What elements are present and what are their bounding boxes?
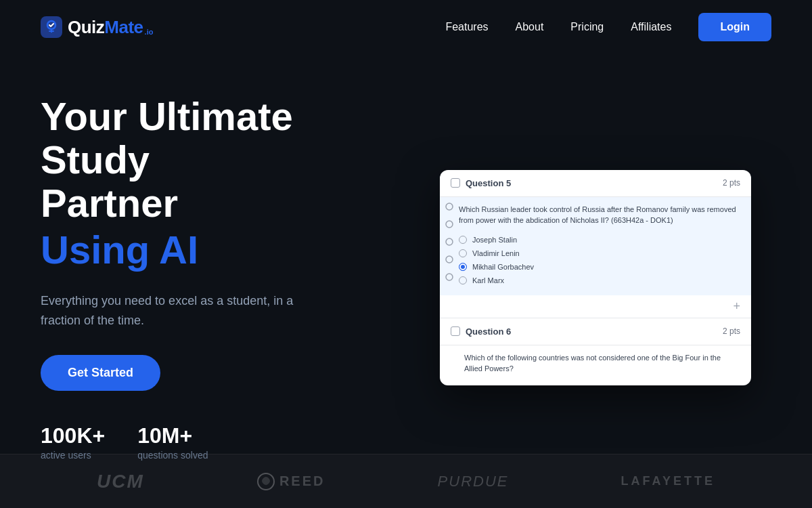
nav-affiliates[interactable]: Affiliates — [631, 21, 671, 33]
nav-links: Features About Pricing Affiliates Login — [445, 13, 771, 41]
svg-point-7 — [446, 256, 453, 263]
brand-lafayette: LAFAYETTE — [621, 474, 715, 488]
add-icon[interactable]: + — [733, 299, 740, 314]
hero-section: Your Ultimate Study Partner Using AI Eve… — [0, 54, 812, 461]
navbar: QuizMate .io Features About Pricing Affi… — [0, 0, 812, 54]
quiz-card: Question 5 2 pts Which Russian leader to… — [440, 170, 751, 385]
radio-vladimir-lenin[interactable] — [459, 249, 467, 257]
option-icon-2 — [445, 220, 453, 228]
question5-text: Which Russian leader took control of Rus… — [459, 204, 740, 226]
question5-num: Question 5 — [451, 178, 511, 188]
option-joseph-stalin[interactable]: Joseph Stalin — [459, 233, 740, 247]
hero-title-line1: Your Ultimate Study Partner — [41, 95, 392, 224]
question6-text: Which of the following countries was not… — [464, 352, 740, 375]
question5-header: Question 5 2 pts — [440, 170, 751, 197]
hero-title-blue: Using AI — [41, 227, 392, 272]
logo[interactable]: QuizMate .io — [41, 16, 153, 38]
nav-pricing[interactable]: Pricing — [570, 21, 604, 33]
svg-point-4 — [446, 203, 453, 210]
option-karl-marx[interactable]: Karl Marx — [459, 274, 740, 287]
brand-purdue: Purdue — [438, 473, 509, 490]
question6-pts: 2 pts — [723, 326, 740, 336]
reed-icon — [256, 472, 275, 491]
svg-point-8 — [446, 274, 453, 280]
option-icon-4 — [445, 255, 453, 263]
option-mikhail-gorbachev[interactable]: Mikhail Gorbachev — [459, 260, 740, 274]
login-button[interactable]: Login — [698, 13, 771, 41]
svg-rect-0 — [41, 16, 62, 38]
question6-block: Question 6 2 pts Which of the following … — [440, 318, 751, 385]
option-icons — [445, 203, 453, 281]
question6-body: Which of the following countries was not… — [440, 345, 751, 385]
svg-point-5 — [446, 221, 453, 228]
stat-users-number: 100K+ — [41, 423, 105, 448]
option-vladimir-lenin[interactable]: Vladimir Lenin — [459, 247, 740, 260]
nav-about[interactable]: About — [516, 21, 544, 33]
question5-body: Which Russian leader took control of Rus… — [440, 197, 751, 295]
option-icon-3 — [445, 238, 453, 246]
hero-illustration: Question 5 2 pts Which Russian leader to… — [420, 170, 771, 385]
radio-karl-marx[interactable] — [459, 276, 467, 284]
question5-checkbox[interactable] — [451, 178, 460, 188]
brand-ucm: UCM — [97, 471, 144, 492]
hero-subtitle: Everything you need to excel as a studen… — [41, 291, 325, 331]
brands-bar: UCM REED Purdue LAFAYETTE — [0, 454, 812, 508]
add-icon-row: + — [440, 295, 751, 318]
question6-num: Question 6 — [451, 326, 511, 337]
option-icon-1 — [445, 203, 453, 211]
logo-io-text: .io — [145, 28, 154, 36]
radio-mikhail-gorbachev[interactable] — [459, 263, 467, 271]
question5-pts: 2 pts — [723, 178, 740, 188]
brand-reed: REED — [256, 472, 325, 491]
logo-icon — [41, 16, 62, 38]
question5-content: Which Russian leader took control of Rus… — [440, 197, 751, 295]
hero-content: Your Ultimate Study Partner Using AI Eve… — [41, 95, 392, 461]
radio-joseph-stalin[interactable] — [459, 236, 467, 244]
question6-checkbox[interactable] — [451, 326, 460, 336]
logo-quiz-text: Quiz — [68, 17, 104, 37]
question6-header: Question 6 2 pts — [440, 318, 751, 345]
logo-mate-text: Mate — [104, 17, 143, 37]
stat-questions-number: 10M+ — [137, 423, 208, 448]
nav-features[interactable]: Features — [445, 21, 488, 33]
get-started-button[interactable]: Get Started — [41, 355, 160, 391]
svg-point-6 — [446, 238, 453, 245]
option-icon-5 — [445, 273, 453, 281]
